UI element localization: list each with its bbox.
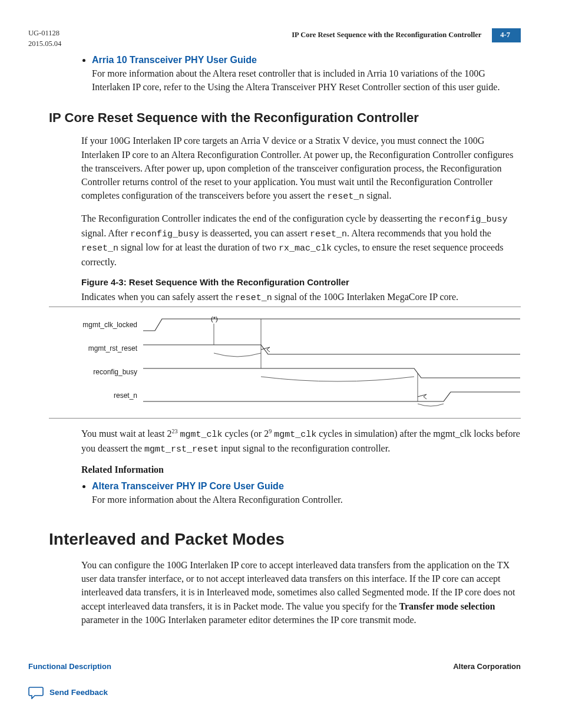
waveform-reset-n <box>143 384 520 407</box>
signal-label: mgmt_clk_locked <box>49 321 143 329</box>
page-footer: Functional Description Altera Corporatio… <box>28 662 521 671</box>
signal-label: mgmt_rst_reset <box>49 344 143 353</box>
signal-label: reconfig_busy <box>49 368 143 376</box>
code-mgmt-clk: mgmt_clk <box>274 430 316 440</box>
figure-footnote: You must wait at least 223 mgmt_clk cycl… <box>81 427 521 456</box>
paragraph: You can configure the 100G Interlaken IP… <box>81 558 521 627</box>
list-item: Altera Transceiver PHY IP Core User Guid… <box>92 481 521 506</box>
send-feedback-label: Send Feedback <box>49 688 108 697</box>
waveform-mgmt-clk-locked: (*) <box>143 313 520 337</box>
paragraph: The Reconfiguration Controller indicates… <box>81 212 521 269</box>
code-reset-n: reset_n <box>235 293 272 303</box>
code-reset-n: reset_n <box>327 192 364 202</box>
top-related-list: Arria 10 Transceiver PHY User Guide For … <box>81 55 521 94</box>
footer-company: Altera Corporation <box>453 662 521 671</box>
arria10-link[interactable]: Arria 10 Transceiver PHY User Guide <box>92 55 257 65</box>
figure-4-3: Indicates when you can safely assert the… <box>49 292 521 456</box>
code-reconfig-busy: reconfig_busy <box>438 215 507 225</box>
doc-id: UG-01128 <box>28 28 61 39</box>
header-left: UG-01128 2015.05.04 <box>28 28 61 49</box>
figure-caption: Figure 4-3: Reset Sequence With the Reco… <box>81 277 521 287</box>
speech-bubble-icon <box>28 686 44 699</box>
arria10-desc: For more information about the Altera re… <box>92 67 521 94</box>
list-item: Arria 10 Transceiver PHY User Guide For … <box>92 55 521 94</box>
related-info-heading: Related Information <box>81 465 521 475</box>
related-info-list: Altera Transceiver PHY IP Core User Guid… <box>81 481 521 506</box>
send-feedback-link[interactable]: Send Feedback <box>28 686 521 699</box>
signal-label: reset_n <box>49 391 143 400</box>
section-title-interleaved-packet: Interleaved and Packet Modes <box>49 530 521 549</box>
marker-label: (*) <box>211 315 218 322</box>
timing-diagram: mgmt_clk_locked (*) mgmt_rst_reset <box>49 307 521 419</box>
code-reset-n: reset_n <box>310 229 347 239</box>
phy-ip-guide-desc: For more information about the Altera Re… <box>92 493 521 506</box>
waveform-mgmt-rst-reset <box>143 337 520 360</box>
phy-ip-guide-link[interactable]: Altera Transceiver PHY IP Core User Guid… <box>92 481 284 491</box>
footer-section-link[interactable]: Functional Description <box>28 662 111 671</box>
page-number-badge: 4-7 <box>492 28 521 42</box>
header-right: IP Core Reset Sequence with the Reconfig… <box>292 28 521 42</box>
code-reset-n: reset_n <box>81 243 118 253</box>
waveform-reconfig-busy <box>143 360 520 384</box>
paragraph: If your 100G Interlaken IP core targets … <box>81 134 521 203</box>
code-mgmt-rst-reset: mgmt_rst_reset <box>144 444 219 454</box>
code-reconfig-busy: reconfig_busy <box>130 229 199 239</box>
figure-note: Indicates when you can safely assert the… <box>81 292 521 303</box>
code-rx-mac-clk: rx_mac_clk <box>279 243 332 253</box>
param-name: Transfer mode selection <box>399 601 495 611</box>
section-title-reset-sequence: IP Core Reset Sequence with the Reconfig… <box>49 110 521 126</box>
code-mgmt-clk: mgmt_clk <box>180 430 222 440</box>
doc-date: 2015.05.04 <box>28 39 61 50</box>
page-header: UG-01128 2015.05.04 IP Core Reset Sequen… <box>28 28 521 49</box>
running-title: IP Core Reset Sequence with the Reconfig… <box>292 30 481 41</box>
